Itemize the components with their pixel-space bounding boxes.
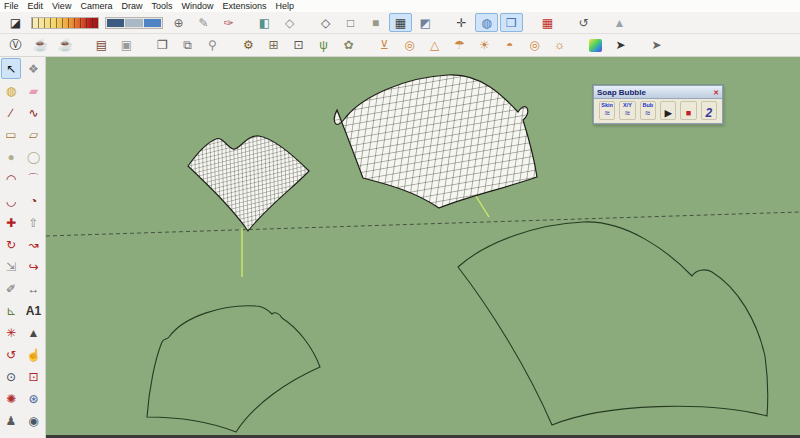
rotate-tool[interactable]: ↻ <box>1 234 21 255</box>
rectangle-tool[interactable]: ▭ <box>1 124 21 145</box>
place-north-icon[interactable]: ⊕ <box>167 13 190 32</box>
menu-item[interactable]: Camera <box>80 1 112 11</box>
protractor-tool[interactable]: ⊾ <box>1 300 21 321</box>
menu-item[interactable]: Help <box>275 1 294 11</box>
tape-measure-tool[interactable]: ✐ <box>1 278 21 299</box>
window-copy-icon[interactable]: ⧉ <box>176 36 199 55</box>
gap-5[interactable] <box>573 36 582 55</box>
xray-style-cube-icon[interactable]: ◧ <box>253 13 276 32</box>
axes-tool[interactable]: ✳ <box>1 322 21 343</box>
bub-button[interactable]: Bub ≈ <box>640 101 656 120</box>
three-point-arc-tool[interactable]: ◡ <box>1 190 21 211</box>
shaded-textures-cube-icon[interactable]: ▦ <box>389 13 412 32</box>
close-icon[interactable]: ✕ <box>713 89 719 96</box>
follow-me-tool[interactable]: ↝ <box>24 234 44 255</box>
orbit-tool[interactable]: ↺ <box>1 344 21 365</box>
gap-3[interactable] <box>439 13 448 32</box>
previous-view-tool[interactable]: ⊛ <box>24 388 44 409</box>
gap-4[interactable] <box>525 13 534 32</box>
donut-tool-icon[interactable]: ◎ <box>398 36 421 55</box>
table-tool-icon[interactable]: ▤ <box>90 36 113 55</box>
box-add-icon[interactable]: ⊞ <box>262 36 285 55</box>
sandbox-tool[interactable]: ▲ <box>24 322 44 343</box>
tripod-tool-icon[interactable]: ☂ <box>448 36 471 55</box>
segment-strip[interactable] <box>105 17 163 29</box>
make-component-tool[interactable]: ❖ <box>24 58 44 79</box>
lamp-tool-icon[interactable]: ⚙ <box>237 36 260 55</box>
two-point-arc-tool[interactable]: ⌒ <box>24 168 44 189</box>
undo-arc-icon[interactable]: ↺ <box>572 13 595 32</box>
gap-3[interactable] <box>226 36 235 55</box>
scale-tool[interactable]: ⇲ <box>1 256 21 277</box>
soap-bubble-title-bar[interactable]: Soap Bubble ✕ <box>594 86 722 99</box>
stop-button[interactable]: ■ <box>680 101 696 120</box>
soap-mesh-small[interactable] <box>188 136 309 231</box>
window-icon[interactable]: ❐ <box>151 36 174 55</box>
gradient-swatch-icon[interactable]: ▣ <box>584 36 607 55</box>
select-tool[interactable]: ↖ <box>1 58 21 79</box>
grass-tool-icon[interactable]: ψ <box>312 36 335 55</box>
gap-1[interactable] <box>242 13 251 32</box>
cone-tool-icon[interactable]: △ <box>423 36 446 55</box>
menu-item[interactable]: Window <box>181 1 213 11</box>
pie-tool[interactable]: ◔ <box>24 190 44 211</box>
line-tool[interactable]: ∕ <box>1 102 21 123</box>
red-marker-icon[interactable]: ✑ <box>217 13 240 32</box>
skin-button[interactable]: Skin ≈ <box>599 101 615 120</box>
pan-tool[interactable]: ☝ <box>24 344 44 365</box>
wireframe-cube-icon[interactable]: ◇ <box>314 13 337 32</box>
xy-button[interactable]: X/Y ≈ <box>619 101 635 120</box>
shaded-cube-icon[interactable]: ■ <box>364 13 387 32</box>
gap-2[interactable] <box>303 13 312 32</box>
menu-item[interactable]: File <box>4 1 19 11</box>
leaf-shell-icon[interactable]: ✿ <box>337 36 360 55</box>
color-range-strip[interactable] <box>31 17 99 29</box>
gap-6[interactable] <box>597 13 606 32</box>
paint-bucket-tool[interactable]: ◍ <box>1 80 21 101</box>
gap-4[interactable] <box>362 36 371 55</box>
funnel-tool-icon[interactable]: ⊻ <box>373 36 396 55</box>
cursor-icon[interactable]: ➤ <box>645 36 668 55</box>
look-around-tool[interactable]: ◉ <box>24 410 44 431</box>
zoom-tool[interactable]: ⊙ <box>1 366 21 387</box>
box-wire-icon[interactable]: ⊡ <box>287 36 310 55</box>
torus-tool-icon[interactable]: ◎ <box>523 36 546 55</box>
soap-mesh-large[interactable] <box>334 75 537 208</box>
globe-box-icon[interactable]: ❒ <box>500 13 523 32</box>
hidden-line-cube-icon[interactable]: □ <box>339 13 362 32</box>
menu-item[interactable]: Draw <box>121 1 142 11</box>
monochrome-cube-icon[interactable]: ◩ <box>414 13 437 32</box>
sun-tool-icon[interactable]: ☀ <box>473 36 496 55</box>
v-circle-icon[interactable]: Ⓥ <box>4 36 27 55</box>
play-button[interactable]: ▶ <box>660 101 676 120</box>
gap-6[interactable] <box>634 36 643 55</box>
gap-2[interactable] <box>140 36 149 55</box>
rotated-rectangle-tool[interactable]: ▱ <box>24 124 44 145</box>
offset-tool[interactable]: ↪ <box>24 256 44 277</box>
push-pull-tool[interactable]: ⇧ <box>24 212 44 233</box>
sun-bracket-icon[interactable]: ☼ <box>548 36 571 55</box>
arc-tool[interactable]: ◠ <box>1 168 21 189</box>
axes-compass-icon[interactable]: ✛ <box>450 13 473 32</box>
teapot-icon[interactable]: ☕ <box>29 36 52 55</box>
menu-item[interactable]: Extensions <box>222 1 266 11</box>
dome-tool-icon[interactable]: ◓ <box>498 36 521 55</box>
back-edges-cube-icon[interactable]: ◇ <box>278 13 301 32</box>
menu-item[interactable]: Edit <box>28 1 44 11</box>
menu-item[interactable]: Tools <box>151 1 172 11</box>
flip-triangle-icon[interactable]: ▲ <box>608 13 631 32</box>
dimension-tool[interactable]: ↔ <box>24 278 44 299</box>
polygon-tool[interactable]: ◯ <box>24 146 44 167</box>
eraser-tool[interactable]: ▰ <box>24 80 44 101</box>
zoom-window-tool[interactable]: ⊡ <box>24 366 44 387</box>
cursor-star-icon[interactable]: ➤ <box>609 36 632 55</box>
undo-2-button[interactable]: 2 <box>701 101 717 120</box>
globe-texture-icon[interactable]: ◍ <box>475 13 498 32</box>
circle-tool[interactable]: ● <box>1 146 21 167</box>
eraser-block-icon[interactable]: ◪ <box>4 13 27 32</box>
red-grid-icon[interactable]: ▦ <box>536 13 559 32</box>
teapot-paint-icon[interactable]: ☕ <box>54 36 77 55</box>
lock-icon[interactable]: ⚲ <box>201 36 224 55</box>
move-tool[interactable]: ✚ <box>1 212 21 233</box>
outline-patch-small[interactable] <box>147 306 320 432</box>
